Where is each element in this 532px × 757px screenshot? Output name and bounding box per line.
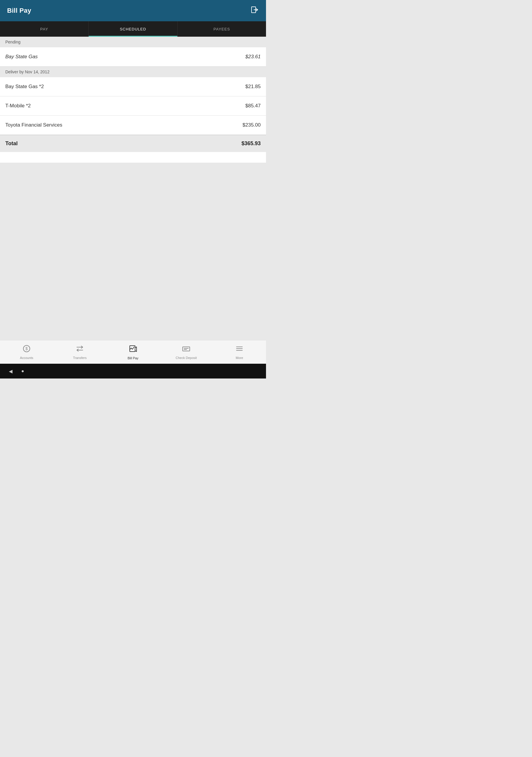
- item-name: Bay State Gas: [5, 54, 38, 60]
- item-name: Toyota Financial Services: [5, 122, 62, 128]
- nav-item-check-deposit[interactable]: Check Deposit: [160, 340, 213, 364]
- nav-label-more: More: [236, 356, 243, 360]
- logout-icon[interactable]: [251, 6, 259, 16]
- total-amount: $365.93: [242, 140, 261, 147]
- item-amount: $21.85: [245, 84, 261, 90]
- empty-content: [0, 163, 266, 340]
- list-item[interactable]: T-Mobile *2 $85.47: [0, 96, 266, 116]
- more-icon: [235, 345, 244, 355]
- nav-label-check-deposit: Check Deposit: [176, 356, 197, 360]
- tab-bar: PAY SCHEDULED PAYEES: [0, 21, 266, 37]
- bottom-nav: $ Accounts Transfers Bill Pay: [0, 340, 266, 364]
- nav-label-accounts: Accounts: [20, 356, 33, 360]
- nav-item-accounts[interactable]: $ Accounts: [0, 340, 53, 364]
- svg-text:$: $: [25, 346, 28, 351]
- page-title: Bill Pay: [7, 7, 31, 15]
- tab-scheduled[interactable]: SCHEDULED: [89, 21, 177, 37]
- item-name: Bay State Gas *2: [5, 84, 44, 90]
- total-label: Total: [5, 140, 18, 147]
- system-bar: ◀ ●: [0, 364, 266, 378]
- item-amount: $85.47: [245, 103, 261, 109]
- list-item[interactable]: Bay State Gas *2 $21.85: [0, 77, 266, 96]
- total-row: Total $365.93: [0, 135, 266, 152]
- nav-label-transfers: Transfers: [73, 356, 87, 360]
- bill-pay-icon: [129, 344, 137, 355]
- list-item[interactable]: Toyota Financial Services $235.00: [0, 116, 266, 135]
- nav-item-more[interactable]: More: [213, 340, 266, 364]
- dollar-circle-icon: $: [22, 345, 31, 355]
- item-name: T-Mobile *2: [5, 103, 31, 109]
- transfers-icon: [76, 345, 84, 355]
- home-button[interactable]: ●: [21, 369, 24, 374]
- section-header-deliver: Deliver by Nov 14, 2012: [0, 67, 266, 77]
- nav-item-bill-pay[interactable]: Bill Pay: [106, 340, 160, 364]
- tab-payees[interactable]: PAYEES: [178, 21, 266, 37]
- check-deposit-icon: [182, 345, 190, 355]
- back-button[interactable]: ◀: [9, 369, 13, 374]
- section-header-pending: Pending: [0, 37, 266, 47]
- app-header: Bill Pay: [0, 0, 266, 21]
- list-item[interactable]: Bay State Gas $23.61: [0, 47, 266, 67]
- nav-label-bill-pay: Bill Pay: [128, 356, 139, 360]
- tab-pay[interactable]: PAY: [0, 21, 89, 37]
- item-amount: $23.61: [245, 54, 261, 60]
- nav-item-transfers[interactable]: Transfers: [53, 340, 106, 364]
- item-amount: $235.00: [243, 122, 261, 128]
- content-area: Pending Bay State Gas $23.61 Deliver by …: [0, 37, 266, 163]
- svg-rect-5: [183, 347, 190, 351]
